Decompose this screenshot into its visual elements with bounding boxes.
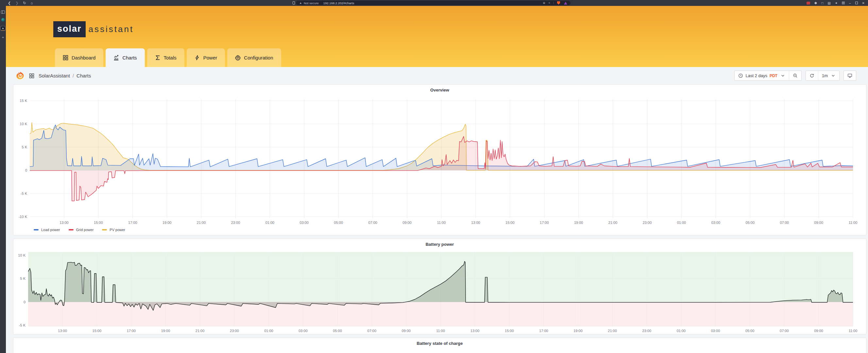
legend-item-load-power[interactable]: Load power [34,228,60,232]
zoom-out-button[interactable] [789,71,801,81]
kiosk-mode-button[interactable] [844,71,856,81]
dashboards-grid-icon[interactable] [29,73,34,78]
gear-icon [235,55,241,61]
sidebar-toggle-icon[interactable] [1,10,5,14]
chart-legend: Load powerGrid powerPV power [13,227,866,235]
svg-text:03:00: 03:00 [711,221,720,225]
svg-text:5 K: 5 K [20,277,26,281]
back-icon[interactable]: ❮ [8,0,11,6]
wallet-icon[interactable]: ▤ [828,1,830,5]
svg-text:01:00: 01:00 [677,221,686,225]
refresh-button[interactable] [806,71,818,81]
svg-text:07:00: 07:00 [780,221,789,225]
grafana-logo-icon[interactable] [16,71,25,81]
dashboard-panels: Overview15 K10 K5 K0-5 K-10 K13:0015:001… [6,84,868,353]
svg-text:05:00: 05:00 [333,329,342,333]
svg-text:0: 0 [25,168,27,172]
share-icon[interactable]: < [549,1,550,5]
svg-text:17:00: 17:00 [540,221,549,225]
timezone-label: PDT [770,73,777,78]
restore-button[interactable] [855,2,858,4]
vpn-badge-icon[interactable] [807,2,810,5]
svg-text:-10 K: -10 K [19,215,28,219]
sidebar-icon[interactable]: □ [821,1,823,5]
logo-primary: solar [53,21,86,37]
svg-text:23:00: 23:00 [643,329,652,333]
address-bar[interactable]: ▲ Not secure 192.168.2.202/#charts ⊕ < [296,1,570,5]
svg-text:15:00: 15:00 [93,329,102,333]
svg-text:17:00: 17:00 [539,329,548,333]
panel-title[interactable]: Battery power [13,239,866,249]
svg-text:15:00: 15:00 [94,221,103,225]
zoom-icon[interactable]: ⊕ [543,1,545,5]
reload-icon[interactable]: ↻ [23,0,26,6]
chart-canvas-overview[interactable]: 15 K10 K5 K0-5 K-10 K13:0015:0017:0019:0… [13,95,866,227]
menu-icon[interactable] [842,2,845,4]
svg-text:01:00: 01:00 [264,329,273,333]
panel-title[interactable]: Battery state of charge [13,338,866,348]
tab-configuration[interactable]: Configuration [227,49,281,67]
tab-power[interactable]: Power [187,49,225,67]
active-browser-tab[interactable]: s [0,26,5,31]
customize-icon[interactable]: ✽ [814,1,817,5]
legend-item-pv-power[interactable]: PV power [102,228,125,232]
minimize-button[interactable]: – [849,1,851,5]
svg-text:13:00: 13:00 [58,329,67,333]
grafana-toolbar: SolarAssistant / Charts Last 2 days PDT … [6,67,868,84]
svg-text:01:00: 01:00 [677,329,686,333]
panel-battery-power: Battery power10 K5 K0-5 K13:0015:0017:00… [13,238,866,334]
svg-text:09:00: 09:00 [402,221,412,225]
svg-text:-5 K: -5 K [19,323,26,327]
svg-text:19:00: 19:00 [161,329,170,333]
breadcrumb-app[interactable]: SolarAssistant [38,73,70,78]
leo-ai-icon[interactable]: ✦ [835,1,838,5]
chevron-down-icon [831,73,836,78]
tab-label: Configuration [244,55,273,61]
app-header: solar assistant DashboardChartsTotalsPow… [6,6,868,67]
vertical-tab-strip: s + [0,6,6,353]
time-range-picker[interactable]: Last 2 days PDT [735,71,789,81]
svg-text:21:00: 21:00 [195,329,205,333]
svg-text:05:00: 05:00 [745,329,754,333]
legend-label: Grid power [76,228,94,232]
svg-text:13:00: 13:00 [470,329,479,333]
home-icon[interactable]: ⌂ [31,0,33,6]
svg-text:5 K: 5 K [22,145,27,149]
refresh-interval-dropdown[interactable]: 1m [818,71,839,81]
url-text[interactable]: 192.168.2.202/#charts [323,1,354,5]
bookmark-icon[interactable] [292,1,295,5]
legend-label: PV power [110,228,125,232]
browser-tab-favicon[interactable] [1,18,5,22]
legend-label: Load power [41,228,60,232]
svg-text:19:00: 19:00 [162,221,172,225]
bolt-icon [194,55,200,61]
chevron-down-icon [780,73,785,78]
bar-chart-icon [114,55,119,61]
svg-text:13:00: 13:00 [60,221,69,225]
tab-charts[interactable]: Charts [105,49,145,67]
tab-dashboard[interactable]: Dashboard [55,49,103,67]
svg-text:15 K: 15 K [20,99,27,103]
security-label[interactable]: Not secure [304,1,319,5]
panel-battery-soc: Battery state of charge [13,338,866,353]
svg-text:11:00: 11:00 [436,329,445,333]
svg-text:11:00: 11:00 [849,329,858,333]
legend-item-grid-power[interactable]: Grid power [69,228,94,232]
brave-rewards-icon[interactable] [564,2,567,5]
close-button[interactable]: ✕ [862,1,865,5]
svg-text:19:00: 19:00 [574,221,583,225]
svg-text:21:00: 21:00 [609,221,618,225]
breadcrumb-page[interactable]: Charts [76,73,91,78]
brave-shield-icon[interactable] [557,1,560,5]
sigma-icon [155,55,160,61]
svg-text:15:00: 15:00 [505,221,515,225]
svg-text:19:00: 19:00 [574,329,583,333]
tab-label: Charts [122,55,137,61]
forward-icon[interactable]: ❯ [16,0,18,6]
new-tab-icon[interactable]: + [2,35,4,39]
tab-totals[interactable]: Totals [147,49,184,67]
chart-canvas-battery_power[interactable]: 10 K5 K0-5 K13:0015:0017:0019:0021:0023:… [13,249,866,334]
breadcrumb: SolarAssistant / Charts [38,73,91,78]
panel-title[interactable]: Overview [13,85,866,95]
clock-icon [738,73,743,78]
